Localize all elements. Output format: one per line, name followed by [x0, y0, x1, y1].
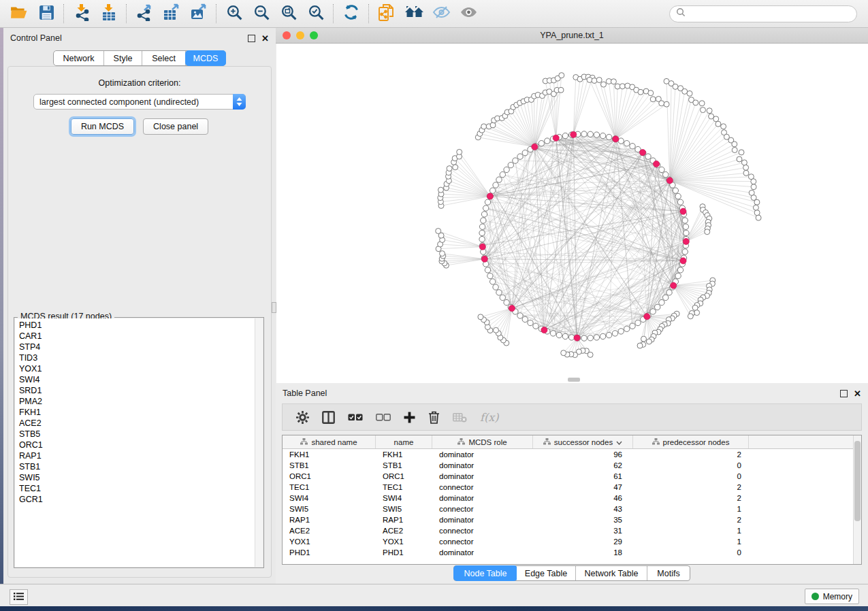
mcds-result-item[interactable]: SWI4 [15, 374, 255, 385]
search-icon [676, 7, 686, 20]
mcds-result-item[interactable]: FKH1 [15, 407, 255, 418]
table-row[interactable]: TEC1TEC1connector472 [283, 482, 861, 493]
splitter-handle[interactable] [272, 302, 276, 313]
network-window-titlebar[interactable]: YPA_prune.txt_1 [276, 28, 868, 44]
create-column-button[interactable] [404, 412, 415, 423]
tab-style[interactable]: Style [104, 51, 142, 65]
cell-predecessor-nodes: 2 [633, 449, 749, 460]
open-session-button[interactable] [5, 2, 33, 25]
mcds-result-item[interactable]: STB5 [15, 429, 255, 440]
table-scrollbar-thumb[interactable] [854, 441, 861, 521]
shared-column-icon [543, 438, 551, 446]
cell-name: SWI4 [376, 493, 432, 503]
memory-button-label: Memory [823, 592, 852, 601]
zoom-out-button[interactable] [248, 2, 275, 25]
cell-shared-name: SWI4 [283, 493, 376, 503]
zoom-in-button[interactable] [221, 2, 248, 25]
network-canvas[interactable] [276, 44, 868, 383]
table-row[interactable]: YOX1YOX1connector291 [283, 536, 861, 547]
delete-column-button[interactable] [428, 411, 440, 424]
zoom-selected-button[interactable] [302, 2, 329, 25]
unselect-all-button[interactable] [376, 413, 391, 422]
zoom-fit-button[interactable] [275, 2, 302, 25]
mcds-result-item[interactable]: GCR1 [15, 494, 255, 505]
export-network-icon [135, 3, 154, 24]
task-history-button[interactable] [10, 589, 28, 605]
table-row[interactable]: SWI4SWI4dominator462 [283, 493, 861, 503]
node-table: shared namenameMCDS rolesuccessor nodesp… [282, 435, 862, 565]
optimization-criterion-select[interactable]: largest connected component (undirected) [33, 94, 246, 110]
close-panel-icon[interactable]: ✕ [261, 34, 269, 43]
table-row[interactable]: RAP1RAP1dominator352 [283, 514, 861, 525]
close-panel-button[interactable]: Close panel [143, 118, 208, 135]
first-neighbors-button[interactable] [400, 2, 428, 25]
search-input[interactable] [690, 8, 850, 19]
mcds-result-item[interactable]: RAP1 [15, 450, 255, 461]
network-hscroll-thumb[interactable] [568, 378, 580, 382]
save-session-button[interactable] [33, 2, 60, 25]
toolbar-separator [216, 4, 217, 23]
mcds-result-item[interactable]: TEC1 [15, 483, 255, 494]
cell-successor-nodes: 29 [533, 536, 633, 547]
tab-motifs[interactable]: Motifs [647, 566, 690, 580]
mcds-result-item[interactable]: STB1 [15, 461, 255, 472]
select-all-button[interactable] [348, 413, 363, 422]
mcds-result-item[interactable]: TID3 [15, 352, 255, 363]
mcds-result-item[interactable]: SRD1 [15, 385, 255, 396]
cell-predecessor-nodes: 0 [633, 547, 749, 558]
mcds-result-list[interactable]: PHD1CAR1STP4TID3YOX1SWI4SRD1PMA2FKH1ACE2… [15, 318, 263, 567]
cell-MCDS-role: connector [432, 525, 533, 536]
hide-selected-button[interactable] [428, 2, 455, 25]
tab-mcds[interactable]: MCDS [185, 50, 226, 66]
mcds-result-item[interactable]: ORC1 [15, 440, 255, 450]
cell-successor-nodes: 35 [533, 514, 633, 525]
column-header-predecessor-nodes[interactable]: predecessor nodes [633, 435, 749, 448]
mcds-result-groupbox: MCDS result (17 nodes) PHD1CAR1STP4TID3Y… [14, 317, 264, 568]
table-row[interactable]: FKH1FKH1dominator962 [283, 449, 861, 460]
export-network-button[interactable] [131, 2, 158, 25]
mcds-result-item[interactable]: ACE2 [15, 418, 255, 429]
mcds-result-item[interactable]: STP4 [15, 342, 255, 352]
mcds-result-item[interactable]: PMA2 [15, 396, 255, 407]
export-image-button[interactable] [185, 2, 212, 25]
column-header-shared-name[interactable]: shared name [283, 435, 376, 448]
mcds-result-item[interactable]: SWI5 [15, 472, 255, 483]
float-panel-icon[interactable] [248, 35, 255, 42]
run-mcds-button[interactable]: Run MCDS [71, 118, 134, 135]
import-table-button[interactable] [95, 2, 123, 25]
table-row[interactable]: PHD1PHD1dominator180 [283, 547, 861, 558]
show-all-button[interactable] [455, 2, 482, 25]
table-row[interactable]: STB1STB1dominator620 [283, 460, 861, 471]
duplicate-network-button[interactable] [373, 2, 400, 25]
float-panel-icon[interactable] [840, 390, 848, 397]
table-settings-button[interactable] [296, 411, 309, 424]
column-header-name[interactable]: name [376, 435, 432, 448]
refresh-button[interactable] [338, 2, 365, 25]
tab-node-table[interactable]: Node Table [453, 565, 517, 581]
table-row[interactable]: SWI5SWI5connector431 [283, 503, 861, 514]
tab-network[interactable]: Network [54, 51, 104, 65]
close-panel-icon[interactable]: ✕ [854, 389, 861, 398]
mcds-result-item[interactable]: PHD1 [15, 320, 255, 331]
export-table-button[interactable] [158, 2, 185, 25]
tab-select[interactable]: Select [142, 51, 186, 65]
table-scrollbar[interactable] [853, 435, 861, 564]
search-box[interactable] [669, 5, 857, 22]
main-toolbar [0, 0, 868, 28]
tab-network-table[interactable]: Network Table [576, 566, 647, 580]
mcds-result-item[interactable]: YOX1 [15, 363, 255, 374]
cell-successor-nodes: 46 [533, 493, 633, 503]
network-graph[interactable] [276, 44, 868, 382]
memory-button[interactable]: Memory [805, 589, 859, 604]
tab-edge-table[interactable]: Edge Table [517, 566, 576, 580]
mcds-result-item[interactable]: CAR1 [15, 331, 255, 342]
table-row[interactable]: ORC1ORC1dominator610 [283, 471, 861, 482]
duplicate-network-icon [378, 3, 396, 24]
table-row[interactable]: ACE2ACE2connector311 [283, 525, 861, 536]
cell-name: STB1 [376, 460, 432, 471]
mcds-list-scrollbar[interactable] [255, 318, 263, 567]
column-header-successor-nodes[interactable]: successor nodes [533, 435, 633, 448]
column-header-MCDS-role[interactable]: MCDS role [432, 435, 533, 448]
import-network-button[interactable] [68, 2, 95, 25]
show-columns-button[interactable] [322, 411, 335, 424]
